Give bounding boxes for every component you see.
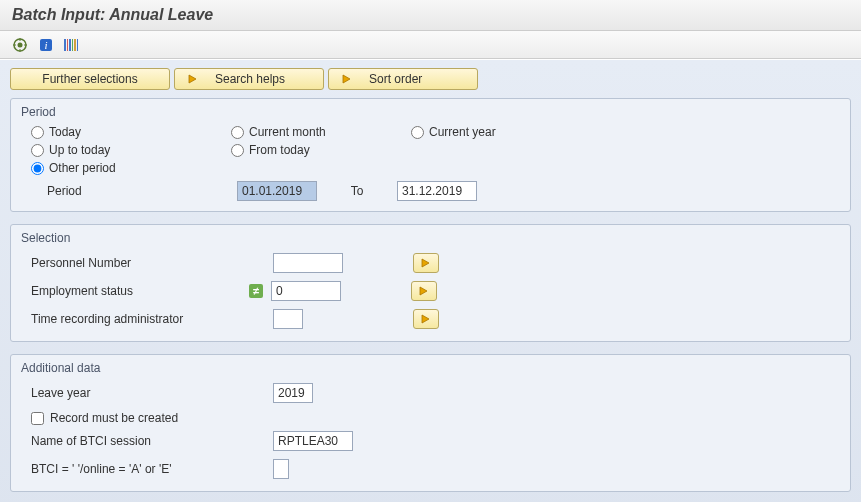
svg-text:≠: ≠ <box>253 285 259 297</box>
radio-label: Today <box>49 125 81 139</box>
period-to-input[interactable] <box>397 181 477 201</box>
row-btci-session: Name of BTCI session <box>31 429 840 453</box>
period-date-row: Period To <box>47 181 840 201</box>
row-time-recording-admin: Time recording administrator <box>31 307 840 331</box>
app-toolbar: i <box>0 31 861 59</box>
field-label: Time recording administrator <box>31 312 241 326</box>
period-radio-grid: Today Current month Current year Up to t… <box>31 125 840 175</box>
svg-rect-10 <box>69 39 71 51</box>
radio-up-to-today[interactable]: Up to today <box>31 143 231 157</box>
button-label: Search helps <box>215 72 285 86</box>
group-legend: Additional data <box>21 359 840 375</box>
radio-label: Other period <box>49 161 116 175</box>
row-employment-status: Employment status ≠ <box>31 279 840 303</box>
row-record-must-be-created: Record must be created <box>31 411 840 425</box>
radio-other-period[interactable]: Other period <box>31 161 231 175</box>
svg-text:i: i <box>44 39 47 51</box>
group-period: Period Today Current month Current year … <box>10 98 851 212</box>
radio-label: Up to today <box>49 143 110 157</box>
period-label: Period <box>47 184 227 198</box>
row-leave-year: Leave year <box>31 381 840 405</box>
leave-year-input[interactable] <box>273 383 313 403</box>
group-legend: Period <box>21 103 840 119</box>
sort-order-button[interactable]: Sort order <box>328 68 478 90</box>
info-icon[interactable]: i <box>36 36 56 54</box>
time-recording-admin-input[interactable] <box>273 309 303 329</box>
further-selections-button[interactable]: Further selections <box>10 68 170 90</box>
btci-session-input[interactable] <box>273 431 353 451</box>
period-from-input[interactable] <box>237 181 317 201</box>
period-to-label: To <box>327 184 387 198</box>
personnel-number-input[interactable] <box>273 253 343 273</box>
button-label: Further selections <box>42 72 137 86</box>
checkbox-label: Record must be created <box>50 411 178 425</box>
radio-today[interactable]: Today <box>31 125 231 139</box>
svg-rect-8 <box>64 39 66 51</box>
radio-current-year[interactable]: Current year <box>411 125 591 139</box>
employment-status-input[interactable] <box>271 281 341 301</box>
search-helps-button[interactable]: Search helps <box>174 68 324 90</box>
field-label: Leave year <box>31 386 241 400</box>
radio-current-month[interactable]: Current month <box>231 125 411 139</box>
radio-from-today[interactable]: From today <box>231 143 411 157</box>
button-label: Sort order <box>369 72 422 86</box>
field-label: Name of BTCI session <box>31 434 241 448</box>
not-equal-icon[interactable]: ≠ <box>247 282 265 300</box>
record-must-be-created-checkbox[interactable] <box>31 412 44 425</box>
main-area: © www.tutorialkart.com Further selection… <box>0 59 861 502</box>
field-label: BTCI = ' '/online = 'A' or 'E' <box>31 462 241 476</box>
svg-rect-13 <box>77 39 78 51</box>
multiple-selection-button[interactable] <box>413 309 439 329</box>
btci-mode-input[interactable] <box>273 459 289 479</box>
action-button-row: Further selections Search helps Sort ord… <box>10 68 851 90</box>
radio-label: Current year <box>429 125 496 139</box>
svg-rect-9 <box>67 39 68 51</box>
group-selection: Selection Personnel Number Employment st… <box>10 224 851 342</box>
multiple-selection-button[interactable] <box>411 281 437 301</box>
row-personnel-number: Personnel Number <box>31 251 840 275</box>
page-title: Batch Input: Annual Leave <box>0 0 861 31</box>
svg-rect-11 <box>72 39 73 51</box>
execute-icon[interactable] <box>10 36 30 54</box>
arrow-right-icon <box>339 71 355 87</box>
radio-label: From today <box>249 143 310 157</box>
svg-rect-12 <box>74 39 76 51</box>
field-label: Personnel Number <box>31 256 241 270</box>
radio-label: Current month <box>249 125 326 139</box>
svg-point-1 <box>18 42 23 47</box>
field-label: Employment status <box>31 284 241 298</box>
row-btci-mode: BTCI = ' '/online = 'A' or 'E' <box>31 457 840 481</box>
barcode-icon[interactable] <box>62 36 82 54</box>
arrow-right-icon <box>185 71 201 87</box>
multiple-selection-button[interactable] <box>413 253 439 273</box>
group-additional-data: Additional data Leave year Record must b… <box>10 354 851 492</box>
group-legend: Selection <box>21 229 840 245</box>
